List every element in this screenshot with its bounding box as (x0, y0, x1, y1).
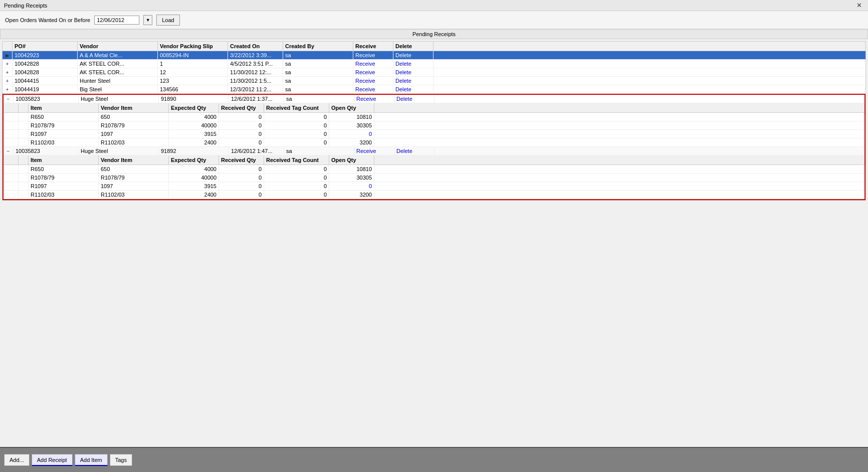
sub-expected-qty: 40000 (169, 174, 219, 182)
expand-cell[interactable]: + (3, 68, 13, 76)
receive-cell[interactable]: Receive (353, 85, 393, 93)
delete-link[interactable]: Delete (395, 86, 411, 92)
table-row[interactable]: + 10044415 Hunter Steel 123 11/30/2012 1… (3, 77, 865, 85)
expand-icon[interactable]: + (5, 78, 10, 84)
receive-link[interactable]: Receive (355, 86, 375, 92)
expand-cell[interactable]: + (3, 77, 13, 85)
receive-link[interactable]: Receive (355, 61, 375, 67)
sub-spacer1 (4, 182, 19, 190)
po-cell: 10035823 (14, 147, 79, 155)
delete-cell[interactable]: Delete (393, 77, 433, 85)
receive-link[interactable]: Receive (356, 96, 376, 102)
sub-grid-header: Item Vendor Item Expected Qty Received Q… (4, 103, 864, 113)
list-item: R650 650 4000 0 0 10810 (4, 113, 864, 121)
sub-spacer2 (19, 182, 29, 190)
sub-spacer1 (4, 121, 19, 129)
expand-icon[interactable]: + (5, 87, 10, 92)
delete-link[interactable]: Delete (395, 52, 411, 58)
expand-cell[interactable]: − (4, 95, 14, 103)
sub-grid-header-2: Item Vendor Item Expected Qty Received Q… (4, 155, 864, 165)
delete-cell[interactable]: Delete (393, 85, 433, 93)
col-po: PO# (13, 42, 78, 51)
window-title: Pending Receipts (4, 3, 47, 9)
sub-spacer1 (4, 165, 19, 173)
vendor-cell: Huge Steel (79, 95, 159, 103)
receive-cell[interactable]: Receive (353, 77, 393, 85)
bottom-bar: Add... Add Receipt Add Item Tags (0, 447, 868, 472)
expand-icon[interactable]: + (5, 70, 10, 75)
sub-col-spacer1 (4, 103, 19, 112)
expand-cell[interactable]: ▶ (3, 51, 13, 59)
expand-cell[interactable]: − (4, 147, 14, 155)
collapse-icon[interactable]: − (6, 96, 11, 102)
delete-cell[interactable]: Delete (394, 147, 435, 155)
list-item: R1102/03 R1102/03 2400 0 0 3200 (4, 138, 864, 147)
sub-vendor-item: 1097 (99, 182, 169, 190)
sub-received-qty: 0 (219, 138, 264, 146)
created-by-cell: sa (284, 147, 354, 155)
collapse-icon[interactable]: − (6, 148, 11, 154)
packing-slip-cell: 91890 (159, 95, 229, 103)
sub-col-expected-qty: Expected Qty (169, 103, 219, 112)
receive-link[interactable]: Receive (355, 52, 375, 58)
sub-vendor-item: 650 (99, 113, 169, 121)
receive-cell[interactable]: Receive (353, 60, 393, 68)
delete-link[interactable]: Delete (395, 69, 411, 75)
section-header: Pending Receipts (0, 29, 868, 39)
date-dropdown-button[interactable]: ▼ (143, 15, 152, 25)
sub-received-tag-count: 0 (264, 191, 329, 199)
receive-cell[interactable]: Receive (353, 51, 393, 59)
sub-col-received-tag-count: Received Tag Count (264, 103, 329, 112)
add-receipt-button[interactable]: Add Receipt (32, 454, 73, 466)
sub-received-qty: 0 (219, 165, 264, 173)
delete-link[interactable]: Delete (396, 148, 412, 154)
expand-cell[interactable]: + (3, 85, 13, 93)
sub-vendor-item: R1102/03 (99, 191, 169, 199)
sub-item: R1097 (29, 130, 99, 138)
receive-cell[interactable]: Receive (353, 68, 393, 76)
sub-received-tag-count: 0 (264, 165, 329, 173)
sub-item: R1102/03 (29, 138, 99, 146)
expand-icon[interactable]: ▶ (5, 53, 10, 58)
delete-cell[interactable]: Delete (393, 68, 433, 76)
sub-vendor-item: 1097 (99, 130, 169, 138)
created-on-cell: 11/30/2012 1:5... (228, 77, 283, 85)
expand-icon[interactable]: + (5, 61, 10, 67)
delete-cell[interactable]: Delete (393, 60, 433, 68)
col-vendor: Vendor (78, 42, 158, 51)
delete-link[interactable]: Delete (395, 78, 411, 84)
date-input[interactable] (94, 16, 139, 25)
main-content: PO# Vendor Vendor Packing Slip Created O… (0, 39, 868, 457)
receive-link[interactable]: Receive (356, 148, 376, 154)
sub-expected-qty: 2400 (169, 138, 219, 146)
add-button[interactable]: Add... (4, 454, 30, 466)
sub-expected-qty: 3915 (169, 182, 219, 190)
sub-vendor-item: 650 (99, 165, 169, 173)
load-button[interactable]: Load (156, 15, 179, 26)
sub-vendor-item: R1078/79 (99, 121, 169, 129)
delete-link[interactable]: Delete (395, 61, 411, 67)
receive-cell[interactable]: Receive (354, 147, 394, 155)
delete-cell[interactable]: Delete (394, 95, 435, 103)
receive-cell[interactable]: Receive (354, 95, 394, 103)
table-row[interactable]: + 10042828 AK STEEL COR... 1 4/5/2012 3:… (3, 60, 865, 68)
sub-open-qty: 10810 (329, 113, 374, 121)
sub-received-qty: 0 (219, 113, 264, 121)
delete-link[interactable]: Delete (396, 96, 412, 102)
delete-cell[interactable]: Delete (393, 51, 433, 59)
expanded-section: − 10035823 Huge Steel 91890 12/6/2012 1:… (3, 94, 865, 200)
receive-link[interactable]: Receive (355, 78, 375, 84)
close-button[interactable]: ✕ (854, 2, 864, 9)
table-row[interactable]: − 10035823 Huge Steel 91890 12/6/2012 1:… (4, 95, 864, 103)
receive-link[interactable]: Receive (355, 69, 375, 75)
table-row[interactable]: − 10035823 Huge Steel 91892 12/6/2012 1:… (4, 147, 864, 155)
table-row[interactable]: + 10042828 AK STEEL COR... 12 11/30/2012… (3, 68, 865, 77)
tags-button[interactable]: Tags (110, 454, 132, 466)
sub-spacer1 (4, 191, 19, 199)
sub-col-received-tag-count: Received Tag Count (264, 155, 329, 165)
expand-cell[interactable]: + (3, 60, 13, 68)
table-row[interactable]: + 10044419 Big Steel 134566 12/3/2012 11… (3, 85, 865, 94)
add-item-button[interactable]: Add Item (75, 454, 108, 466)
sub-open-qty: 3200 (329, 138, 374, 146)
table-row[interactable]: ▶ 10042923 A & A Metal Cle... 0085294-IN… (3, 51, 865, 60)
